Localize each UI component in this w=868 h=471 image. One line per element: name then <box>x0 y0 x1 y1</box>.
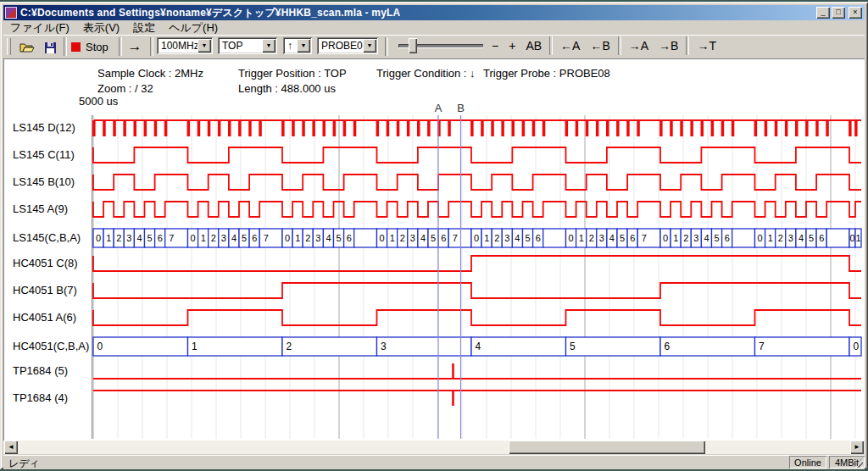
scroll-right-button[interactable]: ► <box>850 441 864 454</box>
sample-clock-combo[interactable]: 100MHz ▼ <box>157 37 213 54</box>
menu-item-3[interactable]: ヘルプ(H) <box>162 19 225 36</box>
save-floppy-icon <box>44 42 57 54</box>
toolbar-separator <box>64 37 67 56</box>
svg-text:5: 5 <box>431 233 436 243</box>
waveform-ls145-c-11 <box>93 147 861 163</box>
svg-text:3: 3 <box>599 233 604 243</box>
svg-text:5: 5 <box>620 233 625 243</box>
svg-text:4: 4 <box>476 341 481 352</box>
svg-text:3: 3 <box>410 233 415 243</box>
svg-text:3: 3 <box>381 341 387 352</box>
svg-text:2: 2 <box>589 233 594 243</box>
trigger-edge-combo[interactable]: ↑ ▼ <box>283 37 312 54</box>
open-folder-icon <box>19 42 35 53</box>
dropdown-arrow-icon[interactable]: ▼ <box>363 39 376 53</box>
toolbar-separator <box>385 37 388 56</box>
svg-text:0: 0 <box>380 233 385 243</box>
svg-text:3: 3 <box>504 233 509 243</box>
nav-button-a[interactable]: →A <box>624 39 654 53</box>
svg-text:2: 2 <box>116 233 121 243</box>
svg-text:3: 3 <box>126 233 131 243</box>
svg-text:7: 7 <box>453 233 458 243</box>
waveform-ls145-d-12 <box>93 120 861 136</box>
dropdown-arrow-icon[interactable]: ▼ <box>198 39 211 53</box>
svg-text:6: 6 <box>819 233 824 243</box>
stop-label: Stop <box>86 41 108 53</box>
bus-hc4051-c-b-a: 012345670 <box>93 337 861 356</box>
horizontal-scrollbar[interactable]: ◄ ► <box>3 441 865 454</box>
close-button[interactable]: × <box>849 7 862 19</box>
svg-text:5: 5 <box>715 233 720 243</box>
waveform-hc4051-b-7 <box>93 283 861 298</box>
waveform-hc4051-a-6 <box>93 310 861 325</box>
svg-text:0: 0 <box>191 233 196 243</box>
trigger-position-combo[interactable]: TOP ▼ <box>218 37 277 54</box>
cursor-b[interactable]: B <box>457 102 465 439</box>
toolbar-separator <box>119 37 122 56</box>
svg-text:6: 6 <box>252 233 257 243</box>
stop-icon <box>71 42 81 52</box>
zoom-slider-thumb[interactable] <box>409 38 417 53</box>
waveform-tp1684-4 <box>93 391 861 406</box>
svg-text:1: 1 <box>295 233 300 243</box>
toolbar-grip <box>7 38 11 55</box>
trigger-edge-value: ↑ <box>283 40 297 52</box>
app-icon <box>5 7 17 19</box>
sample-clock-value: 100MHz <box>157 40 198 52</box>
svg-text:5: 5 <box>147 233 153 243</box>
save-button[interactable] <box>41 37 60 58</box>
svg-text:0: 0 <box>849 233 854 243</box>
menu-item-1[interactable]: 表示(V) <box>76 19 126 36</box>
svg-text:3: 3 <box>788 233 793 243</box>
waveform-hc4051-c-8 <box>93 256 861 271</box>
open-button[interactable] <box>17 37 36 58</box>
probe-value: PROBE00 <box>317 40 363 52</box>
stop-button[interactable]: Stop <box>71 36 108 57</box>
svg-text:5: 5 <box>809 233 814 243</box>
nav-button-t[interactable]: →T <box>692 39 721 53</box>
status-ready-text: レディ <box>8 457 40 471</box>
svg-text:3: 3 <box>315 233 320 243</box>
nav-button-b[interactable]: ←B <box>585 39 615 53</box>
run-button[interactable]: → <box>124 36 146 57</box>
svg-text:B: B <box>457 102 465 114</box>
svg-text:5: 5 <box>526 233 531 243</box>
svg-text:6: 6 <box>441 233 446 243</box>
svg-text:5: 5 <box>570 341 576 352</box>
svg-text:2: 2 <box>494 233 499 243</box>
app-window: C:¥Documents and Settings¥noname¥デスクトップ¥… <box>0 2 868 469</box>
svg-text:4: 4 <box>515 233 520 243</box>
title-bar: C:¥Documents and Settings¥noname¥デスクトップ¥… <box>3 5 865 20</box>
nav-button-b[interactable]: →B <box>654 39 683 53</box>
svg-text:1: 1 <box>484 233 489 243</box>
bus-ls145-c-b-a: 0123456701234567012345601234567012345601… <box>93 229 861 247</box>
scroll-left-button[interactable]: ◄ <box>4 441 18 454</box>
nav-button-group: −+AB←A←B→A→B→T <box>487 36 721 56</box>
minimize-button[interactable]: _ <box>816 7 830 19</box>
svg-text:5: 5 <box>337 233 342 243</box>
svg-text:6: 6 <box>347 233 352 243</box>
status-bar: レディ Online 4MBit <box>3 455 865 469</box>
dropdown-arrow-icon[interactable]: ▼ <box>297 39 310 53</box>
toolbar-separator <box>686 36 689 55</box>
svg-text:4: 4 <box>326 233 331 243</box>
svg-text:4: 4 <box>798 233 804 243</box>
trigger-position-value: TOP <box>218 40 262 52</box>
menu-item-0[interactable]: ファイル(F) <box>3 19 76 36</box>
maximize-button[interactable]: □ <box>832 7 845 19</box>
svg-text:3: 3 <box>221 233 226 243</box>
menu-item-2[interactable]: 設定 <box>126 19 162 36</box>
svg-text:7: 7 <box>642 233 647 243</box>
svg-text:0: 0 <box>758 233 763 243</box>
probe-combo[interactable]: PROBE00 ▼ <box>317 37 378 54</box>
nav-button-ab[interactable]: AB <box>520 39 547 53</box>
svg-text:1: 1 <box>106 233 111 243</box>
nav-button-[interactable]: − <box>487 39 504 53</box>
nav-button-a[interactable]: ←A <box>555 39 585 53</box>
nav-button-[interactable]: + <box>504 39 520 53</box>
cursor-a[interactable]: A <box>435 102 442 439</box>
scrollbar-thumb[interactable] <box>509 441 705 454</box>
dropdown-arrow-icon[interactable]: ▼ <box>262 39 275 53</box>
svg-text:0: 0 <box>474 233 479 243</box>
menu-bar: ファイル(F)表示(V)設定ヘルプ(H) <box>3 20 865 35</box>
